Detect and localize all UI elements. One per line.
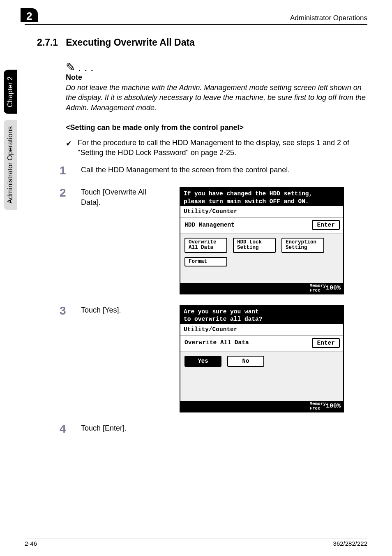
panel2-footer-label: Memory Free: [309, 402, 326, 411]
step-1: 1 Call the HDD Management to the screen …: [60, 165, 367, 176]
section-title: 2.7.1 Executing Overwrite All Data: [37, 37, 367, 48]
step-3-text: Touch [Yes].: [81, 305, 167, 315]
step-4: 4 Touch [Enter].: [60, 423, 367, 435]
step-4-text: Touch [Enter].: [81, 423, 367, 433]
header-title: Administrator Operations: [290, 14, 367, 22]
encryption-setting-button[interactable]: Encryption Setting: [281, 238, 324, 253]
content-area: 2.7.1 Executing Overwrite All Data ✎ . .…: [37, 37, 367, 435]
overwrite-all-data-button[interactable]: Overwrite All Data: [184, 238, 227, 253]
overwrite-confirm-panel: Are you sure you want to overwrite all d…: [180, 305, 344, 412]
note-block: ✎ . . . Note Do not leave the machine wi…: [66, 60, 367, 113]
panel1-footer-label: Memory Free: [309, 284, 326, 293]
panel1-footer-value: 100%: [326, 285, 341, 292]
panel2-header-line2: to overwrite all data?: [184, 315, 340, 323]
prerequisite-line: ✔ For the procedure to call the HDD Mana…: [66, 138, 367, 158]
format-button[interactable]: Format: [184, 257, 227, 266]
panel2-footer: Memory Free100%: [180, 401, 343, 412]
panel1-footer: Memory Free100%: [180, 283, 343, 294]
chapter-number-box: 2: [21, 8, 38, 22]
panel2-header: Are you sure you want to overwrite all d…: [180, 306, 343, 324]
section-heading: Executing Overwrite All Data: [66, 37, 195, 48]
note-text: Do not leave the machine with the Admin.…: [66, 83, 367, 113]
no-button[interactable]: No: [227, 356, 264, 367]
panel2-breadcrumb: Utility/Counter: [180, 324, 343, 336]
section-number: 2.7.1: [37, 37, 58, 48]
panel2-titlebar: Overwrite All Data Enter: [180, 336, 343, 352]
side-tabs: Chapter 2 Administrator Operations: [0, 70, 21, 210]
yes-button[interactable]: Yes: [184, 356, 221, 367]
side-tab-chapter: Chapter 2: [4, 70, 17, 114]
model-number: 362/282/222: [333, 540, 367, 547]
step-2: 2 Touch [Overwrite All Data]. If you hav…: [60, 187, 367, 294]
step-2-text: Touch [Overwrite All Data].: [81, 187, 167, 207]
panel1-header: If you have changed the HDD setting, ple…: [180, 188, 343, 206]
page-footer: 2-46 362/282/222: [25, 538, 367, 547]
step-4-number: 4: [60, 423, 69, 435]
hdd-lock-setting-button[interactable]: HDD Lock Setting: [233, 238, 276, 253]
check-icon: ✔: [66, 139, 72, 148]
page-number: 2-46: [25, 540, 37, 547]
panel2-enter-button[interactable]: Enter: [312, 338, 340, 348]
panel1-titlebar: HDD Management Enter: [180, 218, 343, 234]
panel1-header-line2: please turn main switch OFF and ON.: [184, 198, 340, 205]
step-3: 3 Touch [Yes]. Are you sure you want to …: [60, 305, 367, 412]
panel1-body: Overwrite All Data HDD Lock Setting Encr…: [180, 234, 343, 283]
panel2-title: Overwrite All Data: [184, 339, 249, 347]
step-3-number: 3: [60, 305, 69, 317]
setting-subhead: <Setting can be made only from the contr…: [66, 123, 367, 132]
panel2-body: Yes No: [180, 352, 343, 401]
panel2-footer-value: 100%: [326, 403, 341, 410]
panel1-title: HDD Management: [184, 221, 235, 229]
note-icon: ✎ . . .: [66, 60, 367, 74]
page-header: 2 Administrator Operations: [25, 8, 367, 25]
step-1-number: 1: [60, 165, 69, 176]
note-label: Note: [66, 73, 367, 82]
panel1-header-line1: If you have changed the HDD setting,: [184, 190, 340, 197]
panel1-enter-button[interactable]: Enter: [312, 220, 340, 230]
side-tab-section: Administrator Operations: [4, 120, 17, 210]
panel2-header-line1: Are you sure you want: [184, 308, 340, 315]
hdd-management-panel: If you have changed the HDD setting, ple…: [180, 187, 344, 294]
step-2-number: 2: [60, 187, 69, 199]
step-1-text: Call the HDD Management to the screen fr…: [81, 165, 367, 175]
prerequisite-text: For the procedure to call the HDD Manage…: [78, 138, 367, 158]
panel1-breadcrumb: Utility/Counter: [180, 206, 343, 218]
